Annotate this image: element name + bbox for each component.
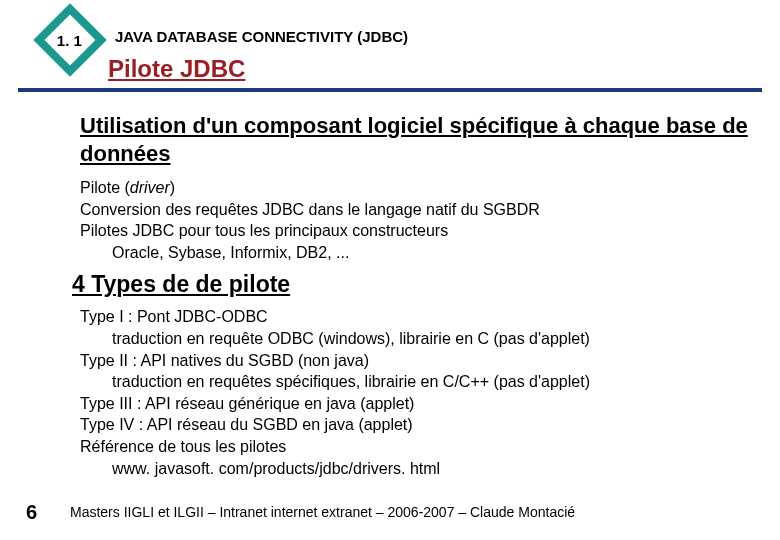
slide-title: Pilote JDBC — [108, 55, 245, 83]
slide-footer: 6 Masters IIGLI et ILGII – Intranet inte… — [0, 500, 780, 528]
line-conversion: Conversion des requêtes JDBC dans le lan… — [80, 199, 750, 221]
line-type1-desc: traduction en requête ODBC (windows), li… — [80, 328, 750, 350]
line-type2: Type II : API natives du SGBD (non java) — [80, 350, 750, 372]
txt-italic: driver — [130, 179, 170, 196]
heading-types: 4 Types de de pilote — [72, 271, 750, 298]
line-vendors: Pilotes JDBC pour tous les principaux co… — [80, 220, 750, 242]
footer-text: Masters IIGLI et ILGII – Intranet intern… — [70, 504, 575, 520]
header-rule — [18, 88, 762, 92]
page-number: 6 — [26, 501, 37, 524]
txt: Pilote ( — [80, 179, 130, 196]
heading-usage: Utilisation d'un composant logiciel spéc… — [80, 112, 750, 167]
line-type1: Type I : Pont JDBC-ODBC — [80, 306, 750, 328]
section-number: 1. 1 — [57, 32, 82, 49]
line-reference: Référence de tous les pilotes — [80, 436, 750, 458]
line-vendor-list: Oracle, Sybase, Informix, DB2, ... — [80, 242, 750, 264]
line-driver: Pilote (driver) — [80, 177, 750, 199]
line-type2-desc: traduction en requêtes spécifiques, libr… — [80, 371, 750, 393]
slide-header: 1. 1 JAVA DATABASE CONNECTIVITY (JDBC) P… — [0, 0, 780, 90]
txt: ) — [170, 179, 175, 196]
line-type3: Type III : API réseau générique en java … — [80, 393, 750, 415]
chapter-title: JAVA DATABASE CONNECTIVITY (JDBC) — [115, 28, 408, 45]
line-reference-url: www. javasoft. com/products/jdbc/drivers… — [80, 458, 750, 480]
slide-content: Utilisation d'un composant logiciel spéc… — [80, 112, 750, 479]
line-type4: Type IV : API réseau du SGBD en java (ap… — [80, 414, 750, 436]
